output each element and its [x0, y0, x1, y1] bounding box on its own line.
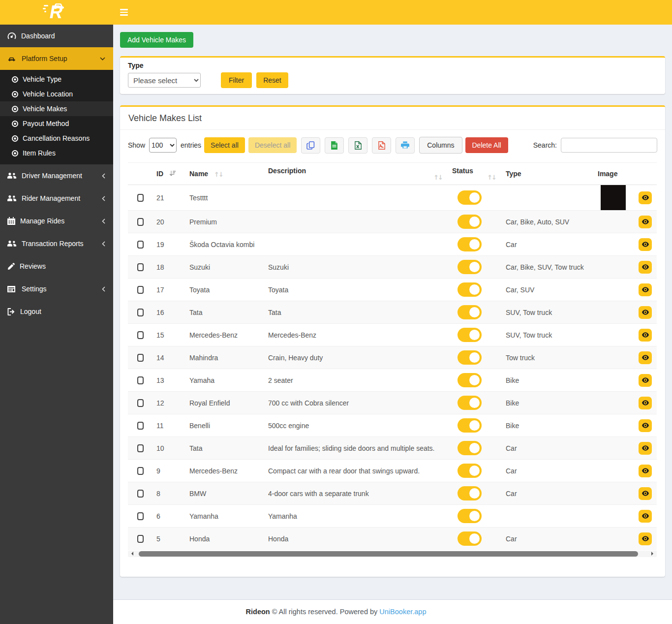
row-id: 15 [152, 324, 184, 346]
sidebar-toggle-hamburger-icon[interactable] [120, 6, 132, 18]
status-toggle[interactable] [458, 282, 482, 297]
delete-all-button[interactable]: Delete All [465, 137, 508, 153]
status-toggle[interactable] [458, 464, 482, 478]
row-checkbox[interactable] [137, 309, 144, 316]
csv-export-button[interactable] [325, 137, 344, 154]
status-toggle[interactable] [458, 237, 482, 251]
row-checkbox[interactable] [137, 376, 144, 384]
row-checkbox[interactable] [137, 286, 144, 294]
print-button[interactable] [396, 137, 415, 154]
sidebar-item-logout[interactable]: Logout [0, 300, 113, 323]
row-name: Royal Enfield [184, 392, 263, 414]
status-toggle[interactable] [458, 486, 482, 500]
status-toggle[interactable] [458, 509, 482, 523]
status-toggle[interactable] [458, 190, 482, 205]
row-checkbox[interactable] [137, 535, 144, 543]
pdf-icon [378, 141, 385, 150]
sidebar-item-reviews[interactable]: Reviews [0, 255, 113, 278]
view-button[interactable] [639, 351, 652, 364]
copy-button[interactable] [301, 137, 320, 154]
row-checkbox[interactable] [137, 444, 144, 452]
view-button[interactable] [639, 261, 652, 274]
add-vehicle-makes-button[interactable]: Add Vehicle Makes [120, 32, 193, 48]
header-description[interactable]: Description ↑↓ [263, 163, 447, 185]
sidebar-nav: Dashboard Platform Setup Vehicle Type Ve… [0, 25, 113, 624]
view-button[interactable] [639, 191, 652, 204]
excel-export-button[interactable] [348, 137, 367, 154]
row-checkbox[interactable] [137, 194, 144, 202]
page-length-select[interactable]: 100 [149, 138, 177, 153]
type-filter-select[interactable]: Please select [128, 73, 201, 88]
view-button[interactable] [639, 397, 652, 409]
sidebar-item-dashboard[interactable]: Dashboard [0, 25, 113, 47]
search-input[interactable] [561, 138, 657, 153]
row-description: Crain, Heavy duty [263, 346, 447, 369]
header-id[interactable]: ID [152, 163, 184, 185]
view-button[interactable] [639, 238, 652, 251]
status-toggle[interactable] [458, 260, 482, 274]
sidebar-item-settings[interactable]: Settings [0, 278, 113, 300]
select-all-button[interactable]: Select all [204, 137, 245, 153]
status-toggle[interactable] [458, 373, 482, 387]
row-checkbox[interactable] [137, 490, 144, 498]
row-checkbox[interactable] [137, 399, 144, 407]
deselect-all-button[interactable]: Deselect all [248, 137, 297, 153]
view-button[interactable] [639, 283, 652, 296]
reset-button[interactable]: Reset [256, 72, 288, 88]
view-button[interactable] [639, 306, 652, 319]
status-toggle[interactable] [458, 396, 482, 410]
filter-button[interactable]: Filter [221, 72, 252, 88]
view-button[interactable] [639, 532, 652, 545]
status-toggle[interactable] [458, 531, 482, 546]
status-toggle[interactable] [458, 441, 482, 455]
row-checkbox[interactable] [137, 422, 144, 430]
sidebar-item-platform-setup[interactable]: Platform Setup [0, 47, 113, 70]
sidebar-item-payout-method[interactable]: Payout Method [0, 116, 113, 131]
view-button[interactable] [639, 510, 652, 523]
sidebar-item-driver-management[interactable]: Driver Management [0, 164, 113, 187]
sidebar-item-vehicle-type[interactable]: Vehicle Type [0, 72, 113, 87]
sidebar-item-cancellation-reasons[interactable]: Cancellation Reasons [0, 131, 113, 146]
footer-link[interactable]: UniBooker.app [379, 608, 426, 616]
status-toggle[interactable] [458, 350, 482, 365]
chevron-left-icon [102, 218, 105, 224]
pdf-export-button[interactable] [372, 137, 391, 154]
sidebar-item-vehicle-location[interactable]: Vehicle Location [0, 87, 113, 101]
sidebar-item-item-rules[interactable]: Item Rules [0, 146, 113, 160]
row-name: Yamanha [184, 505, 263, 528]
view-button[interactable] [639, 419, 652, 432]
scrollbar-thumb[interactable] [139, 551, 638, 557]
status-toggle[interactable] [458, 418, 482, 433]
row-checkbox[interactable] [137, 467, 144, 475]
table-row: 12 Royal Enfield 700 cc with Cobra silen… [128, 392, 657, 414]
row-checkbox[interactable] [137, 354, 144, 362]
status-toggle[interactable] [458, 328, 482, 342]
header-status[interactable]: Status ↑↓ [447, 163, 501, 185]
view-button[interactable] [639, 374, 652, 387]
scroll-left-icon[interactable] [129, 552, 133, 556]
sidebar-item-transaction-reports[interactable]: Transaction Reports [0, 232, 113, 255]
header-type[interactable]: Type [501, 163, 593, 185]
view-button[interactable] [639, 216, 652, 228]
row-checkbox[interactable] [137, 263, 144, 271]
row-checkbox[interactable] [137, 218, 144, 226]
sidebar-item-rider-management[interactable]: Rider Management [0, 187, 113, 210]
row-checkbox[interactable] [137, 241, 144, 249]
status-toggle[interactable] [458, 305, 482, 319]
sidebar-item-label: Manage Rides [20, 217, 64, 225]
sidebar-item-vehicle-makes[interactable]: Vehicle Makes [0, 101, 113, 116]
view-button[interactable] [639, 329, 652, 342]
sidebar-item-manage-rides[interactable]: Manage Rides [0, 210, 113, 232]
view-button[interactable] [639, 442, 652, 455]
row-checkbox[interactable] [137, 331, 144, 339]
view-button[interactable] [639, 465, 652, 477]
table-row: 17 Toyata Toyata Car, SUV [128, 279, 657, 301]
scroll-right-icon[interactable] [651, 552, 655, 556]
columns-button[interactable]: Columns [419, 137, 462, 154]
header-name[interactable]: Name ↑↓ [184, 163, 263, 185]
horizontal-scrollbar[interactable] [128, 551, 657, 557]
view-button[interactable] [639, 487, 652, 500]
status-toggle[interactable] [458, 215, 482, 229]
row-checkbox[interactable] [137, 512, 144, 520]
brand-logo[interactable]: R [0, 0, 113, 25]
